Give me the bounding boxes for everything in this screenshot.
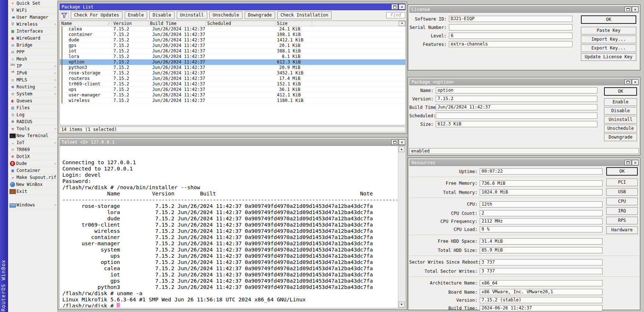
package-list-titlebar[interactable]: Package List ×	[59, 3, 406, 10]
sidebar-item-log[interactable]: ≣ Log ▷	[8, 111, 57, 118]
column-header-size[interactable]: Size	[275, 21, 312, 26]
field-input[interactable]: Jun/26/2024 11:42:37	[436, 104, 597, 110]
field-input[interactable]: x86_64	[480, 280, 603, 286]
field-input[interactable]: 0 %	[480, 226, 603, 232]
action-button[interactable]: OK	[606, 167, 638, 176]
sidebar-item-container[interactable]: ▣ Container ▷	[8, 167, 57, 174]
field-input[interactable]: option	[436, 87, 597, 93]
toolbar-button[interactable]: Enable	[125, 11, 147, 19]
action-button[interactable]: Hardware	[606, 226, 638, 234]
sidebar-item-make-supout[interactable]: ⇗ Make Supout.rif ▷	[8, 174, 57, 181]
action-button[interactable]: CPU	[606, 198, 638, 205]
close-button[interactable]: ×	[632, 79, 638, 85]
sidebar-item-tools[interactable]: ⚒ Tools ▷	[8, 125, 57, 132]
sidebar-item-ipv6[interactable]: v6 IPv6 ▷	[8, 70, 57, 77]
maximize-button[interactable]	[625, 160, 631, 165]
field-input[interactable]	[449, 24, 572, 30]
action-button[interactable]: IRQ	[606, 207, 638, 215]
field-input[interactable]: 31.4 MiB	[480, 238, 603, 245]
toolbar-button[interactable]: Check For Updates	[71, 11, 122, 19]
action-button[interactable]: Export Key...	[581, 44, 636, 52]
table-row[interactable]: routeros 7.15.2 Jun/26/2024 11:42:37 17.…	[60, 76, 405, 81]
field-input[interactable]: 2112 MHz	[480, 218, 603, 224]
action-button[interactable]: Downgrade	[604, 133, 637, 141]
action-button[interactable]: Unschedule	[604, 125, 637, 132]
column-header-build-time[interactable]: Build Time	[149, 21, 206, 26]
toolbar-button[interactable]: Downgrade	[245, 11, 275, 19]
column-header-version[interactable]: Version	[112, 21, 149, 26]
table-row[interactable]: dude 7.15.2 Jun/26/2024 11:42:37 1412.1 …	[60, 37, 405, 43]
table-row[interactable]: python3 7.15.2 Jun/26/2024 11:42:37 20.9…	[60, 65, 405, 70]
action-button[interactable]: Uninstall	[604, 116, 637, 124]
field-input[interactable]: 2	[480, 210, 603, 216]
maximize-button[interactable]	[391, 139, 398, 145]
action-button[interactable]: Disable	[604, 107, 637, 115]
close-button[interactable]: ×	[632, 7, 638, 12]
column-header-scheduled[interactable]: Scheduled	[206, 21, 275, 26]
toolbar-button[interactable]: Check Installation	[277, 11, 332, 19]
find-button[interactable]: Find	[386, 12, 405, 18]
sidebar-item-wifi[interactable]: Ψ WiFi ▷	[8, 7, 57, 14]
sidebar-item-mpls[interactable]: ◎ MPLS ▷	[8, 77, 57, 84]
field-input[interactable]: 6	[449, 33, 572, 39]
sidebar-item-dude[interactable]: D Dude ▷	[8, 160, 57, 167]
sidebar-item-wireguard[interactable]: ◉ WireGuard ▷	[8, 35, 57, 42]
telnet-titlebar[interactable]: Telnet <2> 127.0.0.1 ×	[59, 139, 406, 146]
package-option-titlebar[interactable]: Package <option> ×	[409, 78, 639, 85]
close-button[interactable]: ×	[399, 139, 405, 145]
field-input[interactable]: 7.15.2	[436, 96, 597, 102]
action-button[interactable]: OK	[604, 87, 637, 96]
scroll-down-button[interactable]: ▼	[399, 302, 405, 308]
field-input[interactable]: extra-channels	[449, 41, 572, 47]
sidebar-item-dot1x[interactable]: ⊗ Dot1X ▷	[8, 153, 57, 160]
sidebar-item-new-terminal[interactable]: ›_ New Terminal ▷	[8, 132, 57, 139]
action-button[interactable]: Paste Key	[581, 27, 636, 34]
close-button[interactable]: ×	[399, 4, 405, 10]
sidebar-item-new-winbox[interactable]: New WinBox ▷	[8, 181, 57, 188]
field-input[interactable]: 3 737	[480, 259, 603, 265]
field-input[interactable]: 7.15.2 (stable)	[480, 297, 603, 303]
field-input[interactable]	[436, 113, 597, 119]
table-row[interactable]: gps 7.15.2 Jun/26/2024 11:42:37 20.1 KiB	[60, 43, 405, 48]
sidebar-item-user-manager[interactable]: ☻☻ User Manager ▷	[8, 14, 57, 21]
field-input[interactable]: x86 VMware, Inc. VMware20,1	[480, 289, 603, 295]
field-input[interactable]: DJ21-EIQP	[449, 16, 572, 22]
table-row[interactable]: lora 7.15.2 Jun/26/2024 11:42:37 8.1 KiB	[60, 54, 405, 59]
table-row[interactable]: calea 7.15.2 Jun/26/2024 11:42:37 24.1 K…	[60, 26, 405, 32]
filter-button[interactable]	[60, 12, 69, 19]
column-header-name[interactable]: Name ∕	[60, 21, 112, 26]
sidebar-item-windows[interactable]: Windows ▷	[8, 202, 57, 209]
sidebar-item-tr069[interactable]: ⚙ TR069 ▷	[8, 146, 57, 153]
sidebar-item-interfaces[interactable]: ▦ Interfaces ▷	[8, 28, 57, 35]
column-chooser-button[interactable]: ▼	[399, 21, 405, 26]
field-input[interactable]: 2024-06-26 11:42:37	[480, 305, 603, 311]
resources-titlebar[interactable]: Resources ×	[409, 159, 639, 166]
action-button[interactable]: Import Key...	[581, 36, 636, 43]
terminal-area[interactable]: Connecting to 127.0.0.1 Connected to 127…	[59, 146, 406, 308]
action-button[interactable]: Update License Key	[581, 53, 636, 61]
sidebar-item-mesh[interactable]: ∴ Mesh ▷	[8, 56, 57, 63]
sidebar-item-radius[interactable]: ☻ RADIUS ▷	[8, 118, 57, 125]
sidebar-item-routing[interactable]: ⊛ Routing ▷	[8, 84, 57, 91]
field-input[interactable]: 736.6 MiB	[480, 180, 603, 187]
field-input[interactable]: 3 737	[480, 268, 603, 274]
field-input[interactable]: 1024.0 MiB	[480, 189, 603, 195]
toolbar-button[interactable]: Uninstall	[177, 11, 207, 19]
sidebar-item-queues[interactable]: ◐ Queues ▷	[8, 98, 57, 104]
table-row[interactable]: container 7.15.2 Jun/26/2024 11:42:37 10…	[60, 32, 405, 37]
maximize-button[interactable]	[625, 79, 631, 85]
table-row[interactable]: option 7.15.2 Jun/26/2024 11:42:37 612.3…	[60, 59, 405, 65]
maximize-button[interactable]	[625, 7, 631, 12]
action-button[interactable]: PCI	[606, 179, 638, 186]
sidebar-item-files[interactable]: ▤ Files ▷	[8, 104, 57, 111]
table-row[interactable]: ups 7.15.2 Jun/26/2024 11:42:37 36.1 KiB	[60, 87, 405, 92]
table-row[interactable]: tr069-client 7.15.2 Jun/26/2024 11:42:37…	[60, 81, 405, 87]
action-button[interactable]: RPS	[606, 217, 638, 224]
table-row[interactable]: iot 7.15.2 Jun/26/2024 11:42:37 388.1 Ki…	[60, 48, 405, 54]
field-input[interactable]: 85.9 MiB	[480, 247, 603, 253]
toolbar-button[interactable]: Unschedule	[209, 11, 242, 19]
toolbar-button[interactable]: Disable	[149, 11, 175, 19]
sidebar-item-wireless[interactable]: Ψ Wireless ▷	[8, 21, 57, 28]
scroll-up-button[interactable]: ▲	[399, 146, 405, 152]
action-button[interactable]: OK	[581, 15, 636, 24]
